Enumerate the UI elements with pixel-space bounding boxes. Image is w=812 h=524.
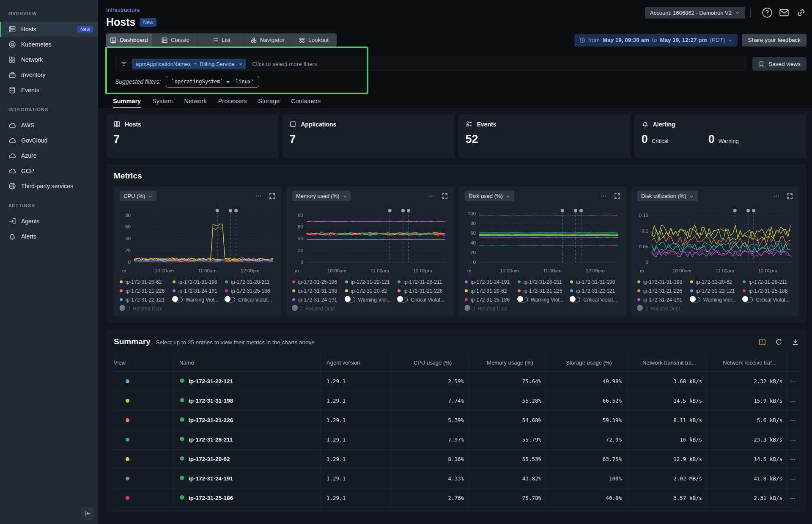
legend-toggle[interactable]: Warning Viol...: [518, 297, 571, 303]
view-tab-classic[interactable]: Classic: [152, 33, 198, 47]
name-cell[interactable]: ip-172-31-31-198: [173, 391, 320, 410]
view-cell[interactable]: [114, 372, 173, 391]
column-header-name[interactable]: Name: [173, 354, 320, 371]
column-header-view[interactable]: View: [114, 354, 173, 371]
filter-bar[interactable]: apmApplicationNames = Billing Service × …: [115, 57, 746, 71]
legend-item[interactable]: ip-172-31-25-186: [465, 297, 518, 303]
legend-toggle[interactable]: Critical Violat...: [225, 297, 275, 303]
sidebar-item-gcp[interactable]: GCP: [0, 163, 98, 178]
tab-containers[interactable]: Containers: [291, 98, 321, 108]
share-feedback-button[interactable]: Share your feedback: [742, 34, 807, 47]
column-header-memory-usage-[interactable]: Memory usage (%): [468, 354, 546, 371]
legend-toggle[interactable]: Critical Violat...: [398, 297, 448, 303]
column-header-agent-version[interactable]: Agent version: [320, 354, 391, 371]
view-tab-navigator[interactable]: Navigator: [244, 33, 291, 47]
legend-item[interactable]: ip-172-31-31-198: [570, 279, 620, 285]
link-icon[interactable]: [796, 7, 807, 18]
legend-item[interactable]: ip-172-31-24-191: [173, 288, 225, 294]
warning-icon[interactable]: [759, 338, 766, 346]
help-icon[interactable]: [762, 7, 773, 18]
tab-processes[interactable]: Processes: [218, 98, 247, 108]
suggested-filter-chip[interactable]: `operatingSystem` = 'linux': [166, 76, 259, 88]
legend-item[interactable]: ip-172-31-24-191: [637, 297, 690, 303]
legend-toggle[interactable]: Critical Violat...: [743, 297, 793, 303]
column-header-network-transmit-tra-[interactable]: Network transmit tra...: [626, 354, 706, 371]
more-options-icon[interactable]: [601, 193, 607, 199]
view-cell[interactable]: [114, 450, 173, 469]
legend-item[interactable]: ip-172-31-21-226: [120, 288, 173, 294]
legend-item[interactable]: ip-172-31-24-191: [292, 297, 345, 303]
tab-network[interactable]: Network: [184, 98, 206, 108]
account-selector[interactable]: Account: 1606862 - Demotron V2: [645, 7, 745, 19]
legend-item[interactable]: ip-172-31-31-198: [292, 288, 345, 294]
legend-toggle[interactable]: Warning Viol...: [690, 297, 743, 303]
column-header-cpu-usage-[interactable]: CPU usage (%): [391, 354, 468, 371]
name-cell[interactable]: ip-172-31-20-62: [173, 450, 320, 469]
row-actions-button[interactable]: ⋯: [787, 469, 799, 488]
legend-toggle[interactable]: Warning Viol...: [173, 297, 225, 303]
row-actions-button[interactable]: ⋯: [787, 372, 799, 391]
sidebar-collapse-button[interactable]: [81, 507, 94, 520]
legend-item[interactable]: ip-172-31-28-211: [398, 279, 448, 285]
chart-metric-dropdown[interactable]: Disk utilization (%): [637, 191, 698, 201]
legend-toggle-related[interactable]: Related Depl...: [637, 306, 690, 312]
expand-icon[interactable]: [614, 193, 620, 199]
legend-item[interactable]: ip-172-31-21-226: [398, 288, 448, 294]
legend-toggle[interactable]: Warning Viol...: [345, 297, 398, 303]
column-header-storage-usage-[interactable]: Storage usage (%): [546, 354, 626, 371]
more-options-icon[interactable]: [255, 193, 262, 199]
name-cell[interactable]: ip-172-31-25-186: [173, 488, 320, 508]
row-actions-button[interactable]: ⋯: [787, 430, 799, 449]
row-actions-button[interactable]: ⋯: [787, 391, 799, 410]
view-cell[interactable]: [114, 488, 173, 508]
legend-item[interactable]: ip-172-31-25-186: [292, 279, 345, 285]
legend-item[interactable]: ip-172-31-22-121: [120, 297, 173, 303]
legend-item[interactable]: ip-172-31-25-186: [743, 288, 793, 294]
tab-storage[interactable]: Storage: [258, 98, 280, 108]
sidebar-item-aws[interactable]: AWS: [0, 118, 98, 133]
legend-toggle-related[interactable]: Related Depl...: [292, 306, 345, 312]
sidebar-item-inventory[interactable]: Inventory: [0, 67, 98, 82]
tab-system[interactable]: System: [152, 98, 173, 108]
view-tab-lookout[interactable]: Lookout: [291, 33, 337, 47]
column-header-network-receive-traf-[interactable]: Network receive traf...: [706, 354, 787, 371]
legend-item[interactable]: ip-172-31-25-186: [225, 288, 275, 294]
name-cell[interactable]: ip-172-31-21-226: [173, 411, 320, 430]
legend-toggle[interactable]: Critical Violat...: [570, 297, 620, 303]
time-range-picker[interactable]: from May 19, 09:30 am to May 19, 12:27 p…: [574, 34, 738, 47]
name-cell[interactable]: ip-172-31-28-211: [173, 430, 320, 449]
view-cell[interactable]: [114, 411, 173, 430]
legend-item[interactable]: ip-172-31-20-62: [345, 288, 398, 294]
legend-item[interactable]: ip-172-31-21-226: [637, 288, 690, 294]
sidebar-item-govcloud[interactable]: GovCloud: [0, 133, 98, 148]
row-actions-button[interactable]: ⋯: [787, 411, 799, 430]
legend-item[interactable]: ip-172-31-24-191: [465, 279, 518, 285]
legend-item[interactable]: ip-172-31-28-211: [743, 279, 793, 285]
expand-icon[interactable]: [787, 193, 793, 199]
legend-item[interactable]: ip-172-31-28-211: [518, 279, 571, 285]
legend-item[interactable]: ip-172-31-28-211: [225, 279, 275, 285]
legend-item[interactable]: ip-172-31-20-62: [120, 279, 173, 285]
more-options-icon[interactable]: [428, 193, 434, 199]
row-actions-button[interactable]: ⋯: [787, 450, 799, 469]
legend-item[interactable]: ip-172-31-20-62: [690, 279, 743, 285]
download-icon[interactable]: [792, 338, 799, 346]
sidebar-item-alerts[interactable]: Alerts: [0, 229, 98, 244]
legend-toggle-related[interactable]: Related Depl...: [120, 306, 173, 312]
legend-item[interactable]: ip-172-31-31-198: [637, 279, 690, 285]
legend-item[interactable]: ip-172-31-22-121: [570, 288, 620, 294]
legend-item[interactable]: ip-172-31-22-121: [690, 288, 743, 294]
expand-icon[interactable]: [269, 193, 275, 199]
saved-views-button[interactable]: Saved views: [752, 57, 807, 71]
mail-icon[interactable]: [779, 7, 790, 18]
sidebar-item-third-party-services[interactable]: Third-party services: [0, 178, 98, 194]
sidebar-item-kubernetes[interactable]: Kubernetes: [0, 37, 98, 52]
chart-metric-dropdown[interactable]: CPU (%): [120, 191, 156, 201]
sidebar-item-events[interactable]: Events: [0, 82, 98, 98]
sidebar-item-azure[interactable]: Azure: [0, 148, 98, 163]
legend-toggle-related[interactable]: Related Depl...: [465, 306, 518, 312]
filter-chip[interactable]: apmApplicationNames = Billing Service ×: [132, 59, 246, 69]
legend-item[interactable]: ip-172-31-22-121: [345, 279, 398, 285]
legend-item[interactable]: ip-172-31-20-62: [465, 288, 518, 294]
name-cell[interactable]: ip-172-31-24-191: [173, 469, 320, 488]
